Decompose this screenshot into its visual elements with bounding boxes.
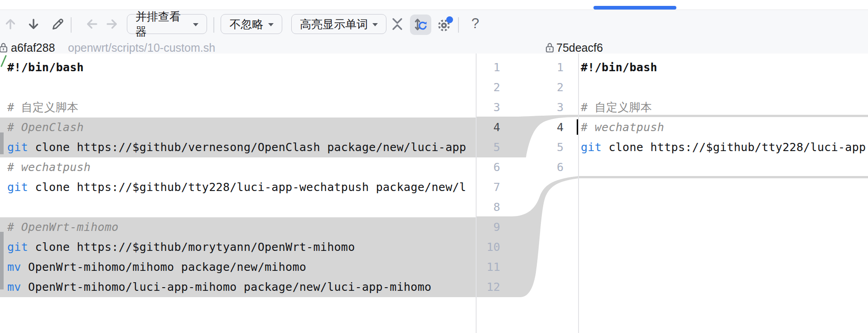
sync-scroll-icon bbox=[410, 15, 430, 34]
line-number: 10 bbox=[476, 237, 500, 257]
line-number: 11 bbox=[476, 257, 500, 277]
chevron-down-icon bbox=[372, 23, 378, 26]
line-number: 2 bbox=[476, 78, 500, 98]
pencil-icon bbox=[50, 16, 66, 32]
line-number: 5 bbox=[535, 137, 564, 157]
highlight-mode-label: 高亮显示单词 bbox=[300, 17, 368, 32]
lock-icon bbox=[0, 42, 9, 54]
code-segment: # wechatpush bbox=[7, 161, 91, 174]
code-line[interactable]: git clone https://$github/morytyann/Open… bbox=[0, 237, 476, 257]
arrow-down-icon bbox=[26, 16, 41, 32]
code-line[interactable] bbox=[579, 157, 868, 177]
arrow-right-icon bbox=[104, 16, 120, 32]
right-revision-hash: 75deacf6 bbox=[556, 42, 603, 54]
arrow-up-icon bbox=[3, 16, 18, 32]
deletion-marker-line bbox=[579, 115, 868, 117]
line-number: 1 bbox=[476, 58, 500, 78]
settings-badge bbox=[446, 16, 453, 23]
line-number: 4 bbox=[476, 118, 500, 137]
chevron-down-icon bbox=[193, 23, 198, 26]
code-line[interactable]: git clone https://$github/tty228/luci-ap… bbox=[0, 177, 476, 197]
pane-divider bbox=[578, 54, 579, 333]
line-number: 2 bbox=[535, 78, 564, 98]
previous-change-button[interactable] bbox=[0, 14, 20, 34]
code-segment: clone https://$github/tty228/luci-app bbox=[602, 141, 866, 154]
code-line[interactable]: #!/bin/bash bbox=[0, 58, 476, 78]
code-line[interactable] bbox=[579, 78, 868, 98]
code-segment: mv bbox=[7, 280, 21, 294]
line-number: 7 bbox=[476, 177, 500, 197]
line-number: 8 bbox=[476, 197, 500, 217]
line-number: 6 bbox=[535, 157, 564, 177]
toolbar-separator bbox=[458, 17, 459, 33]
left-revision-hash: a6faf288 bbox=[11, 42, 55, 54]
code-line[interactable]: # wechatpush bbox=[0, 157, 476, 177]
code-segment: # 自定义脚本 bbox=[7, 101, 78, 114]
line-number: 3 bbox=[476, 98, 500, 118]
change-stripe[interactable] bbox=[0, 132, 4, 154]
help-button[interactable]: ? bbox=[468, 15, 483, 34]
active-tab-indicator bbox=[593, 6, 676, 10]
code-segment: # OpenClash bbox=[7, 121, 84, 134]
change-stripe[interactable] bbox=[0, 232, 4, 289]
question-mark-icon: ? bbox=[471, 15, 479, 31]
line-number: 4 bbox=[535, 118, 564, 137]
viewer-mode-label: 并排查看器 bbox=[135, 9, 188, 39]
code-line[interactable]: mv OpenWrt-mihomo/mihomo package/new/mih… bbox=[0, 257, 476, 277]
code-segment: clone https://$github/vernesong/OpenClas… bbox=[28, 141, 466, 154]
code-segment: #!/bin/bash bbox=[581, 61, 657, 74]
code-segment: #!/bin/bash bbox=[7, 61, 84, 74]
code-line[interactable] bbox=[0, 78, 476, 98]
code-line[interactable]: git clone https://$github/tty228/luci-ap… bbox=[579, 137, 868, 157]
line-number: 12 bbox=[476, 277, 500, 297]
code-segment: git bbox=[7, 240, 28, 254]
window-top-strip bbox=[0, 0, 868, 10]
collapse-unchanged-button[interactable] bbox=[387, 14, 407, 34]
line-number: 1 bbox=[535, 58, 564, 78]
toolbar-separator bbox=[71, 17, 72, 33]
whitespace-policy-label: 不忽略 bbox=[230, 17, 264, 32]
code-line[interactable]: #!/bin/bash bbox=[579, 58, 868, 78]
code-line[interactable] bbox=[0, 197, 476, 217]
collapse-all-icon bbox=[389, 16, 405, 32]
code-segment: OpenWrt-mihomo/luci-app-mihomo package/n… bbox=[21, 280, 432, 294]
next-change-button[interactable] bbox=[24, 14, 43, 34]
code-line[interactable]: # OpenClash bbox=[0, 118, 476, 137]
code-segment: # 自定义脚本 bbox=[581, 101, 652, 114]
line-number: 5 bbox=[476, 137, 500, 157]
highlight-mode-dropdown[interactable]: 高亮显示单词 bbox=[291, 14, 386, 34]
file-path: openwrt/scripts/10-custom.sh bbox=[68, 42, 215, 54]
code-line[interactable]: # OpenWrt-mihomo bbox=[0, 217, 476, 237]
arrow-left-icon bbox=[84, 16, 100, 32]
edit-source-button[interactable] bbox=[48, 14, 68, 34]
lock-icon bbox=[545, 42, 555, 54]
whitespace-policy-dropdown[interactable]: 不忽略 bbox=[221, 14, 282, 34]
code-segment: mv bbox=[7, 260, 21, 274]
diff-viewer-window: 并排查看器 不忽略 高亮显示单词 bbox=[0, 0, 868, 333]
modified-line-marker-icon bbox=[0, 54, 8, 69]
text-caret bbox=[577, 119, 578, 135]
back-button[interactable] bbox=[82, 14, 102, 34]
forward-button[interactable] bbox=[102, 14, 122, 34]
code-segment: # wechatpush bbox=[581, 121, 664, 134]
code-segment: git bbox=[7, 181, 28, 194]
code-line[interactable]: git clone https://$github/vernesong/Open… bbox=[0, 137, 476, 157]
chevron-down-icon bbox=[268, 23, 274, 26]
code-line[interactable]: # wechatpush bbox=[579, 118, 868, 137]
line-number: 6 bbox=[476, 157, 500, 177]
deletion-marker-line bbox=[579, 176, 868, 178]
code-segment: git bbox=[581, 141, 602, 154]
code-segment: # OpenWrt-mihomo bbox=[7, 220, 119, 234]
code-line[interactable]: mv OpenWrt-mihomo/luci-app-mihomo packag… bbox=[0, 277, 476, 297]
pane-divider bbox=[476, 54, 477, 333]
code-segment: OpenWrt-mihomo/mihomo package/new/mihomo bbox=[21, 260, 306, 274]
code-segment: git bbox=[7, 141, 28, 154]
viewer-mode-dropdown[interactable]: 并排查看器 bbox=[127, 14, 207, 34]
toolbar-separator bbox=[213, 17, 214, 33]
line-number: 9 bbox=[476, 217, 500, 237]
code-segment: clone https://$github/tty228/luci-app-we… bbox=[28, 181, 466, 194]
line-number: 3 bbox=[535, 98, 564, 118]
code-line[interactable]: # 自定义脚本 bbox=[0, 98, 476, 118]
code-segment: clone https://$github/morytyann/OpenWrt-… bbox=[28, 240, 355, 254]
